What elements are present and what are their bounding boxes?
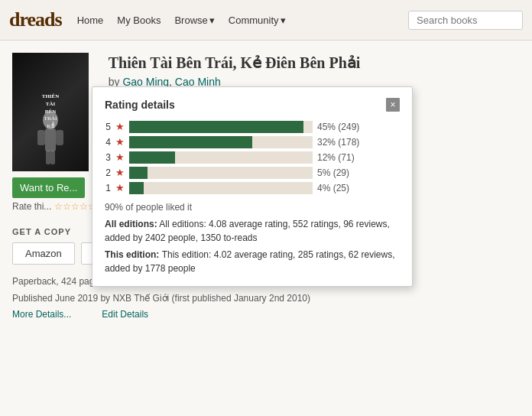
svg-rect-1 [45,128,56,151]
star-icon-2: ★ [115,167,125,179]
search-input[interactable] [408,11,523,30]
more-details-link[interactable]: More Details... [12,307,71,323]
community-chevron-icon: ▾ [281,15,286,26]
svg-rect-4 [46,151,50,164]
bar-label-1: 4% (25) [317,183,378,193]
main-content: THIÊNTÀIBÊNTRÁIKẺ Want to Re... Rate thi… [0,41,532,212]
book-info: Thiên Tài Bên Trái, Kẻ Điên Bên Phải by … [109,53,520,212]
bar-row-5: 5 ★ 45% (249) [105,121,400,133]
rating-bars: 5 ★ 45% (249) 4 ★ 32% (178) [105,121,400,194]
amazon-button[interactable]: Amazon [12,242,75,265]
nav-browse[interactable]: Browse ▾ [174,15,214,26]
bar-label-5: 45% (249) [317,122,378,132]
browse-chevron-icon: ▾ [209,15,215,26]
bar-fill-2 [129,167,148,179]
bar-row-1: 1 ★ 4% (25) [105,182,400,194]
book-published: Published June 2019 by NXB Thế Giới (fir… [12,291,520,307]
bar-track-4 [129,136,313,148]
bar-fill-3 [129,151,175,164]
all-editions-text: All editions: All editions: 4.08 average… [105,217,400,245]
bar-fill-5 [129,121,303,133]
popup-title: Rating details [105,99,175,111]
bar-label-3: 12% (71) [317,152,378,163]
this-edition-text: This edition: This edition: 4.02 average… [105,248,400,275]
svg-rect-3 [56,130,63,145]
bar-fill-1 [129,182,144,194]
popup-header: Rating details × [105,98,400,112]
rating-popup: Rating details × 5 ★ 45% (249) 4 ★ [92,86,413,287]
book-cover: THIÊNTÀIBÊNTRÁIKẺ [12,53,89,171]
bar-track-3 [129,151,313,164]
star-icon-1: ★ [115,182,125,194]
bar-track-2 [129,167,313,179]
bar-row-4: 4 ★ 32% (178) [105,136,400,148]
star-icon-5: ★ [115,121,125,133]
svg-point-0 [43,111,58,129]
nav-community[interactable]: Community ▾ [229,15,286,26]
bar-track-1 [129,182,313,194]
left-column: THIÊNTÀIBÊNTRÁIKẺ Want to Re... Rate thi… [12,53,96,212]
bar-label-2: 5% (29) [317,167,378,178]
star-icon-4: ★ [115,136,125,148]
navbar: dreads Home My Books Browse ▾ Community … [0,0,532,41]
svg-rect-5 [50,151,55,164]
bar-label-4: 32% (178) [317,137,378,148]
svg-rect-2 [37,130,45,145]
bar-row-3: 3 ★ 12% (71) [105,151,400,164]
book-title: Thiên Tài Bên Trái, Kẻ Điên Bên Phải [109,53,520,73]
bar-fill-4 [129,136,252,148]
nav-home[interactable]: Home [77,15,104,26]
popup-close-button[interactable]: × [386,98,400,112]
nav-my-books[interactable]: My Books [117,15,161,26]
bar-track-5 [129,121,313,133]
star-icon-3: ★ [115,151,125,164]
site-logo[interactable]: dreads [9,8,62,31]
cover-figure [31,109,70,170]
want-to-read-button[interactable]: Want to Re... [12,177,85,198]
rate-this-book-label: Rate thi... ☆☆☆☆☆ [12,201,96,212]
bar-row-2: 2 ★ 5% (29) [105,167,400,179]
liked-text: 90% of people liked it [105,202,400,213]
edit-details-link[interactable]: Edit Details [102,307,148,323]
nav-links: Home My Books Browse ▾ Community ▾ [77,15,393,26]
